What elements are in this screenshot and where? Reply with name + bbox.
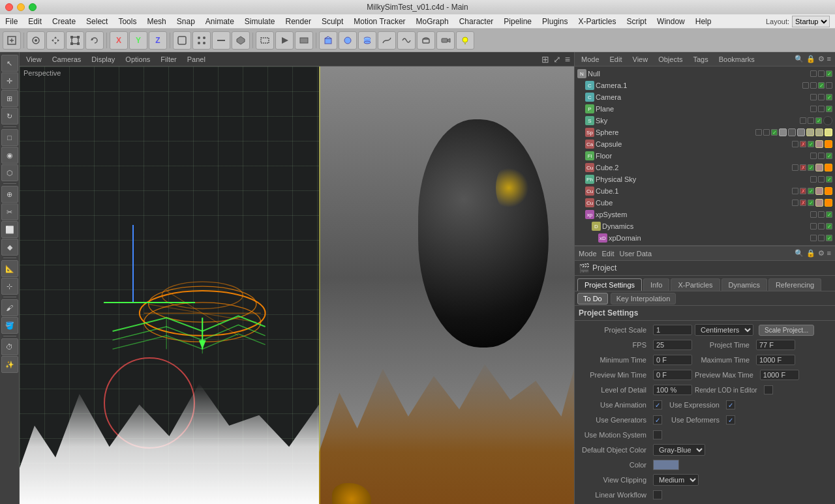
scale-project-button[interactable]: Scale Project...	[759, 325, 814, 336]
cu2-dot-2[interactable]: ✗	[800, 164, 806, 171]
menu-script[interactable]: Script	[621, 14, 652, 28]
menu-character[interactable]: Character	[454, 14, 499, 28]
obj-tab-tags[interactable]: Tags	[690, 55, 710, 63]
obj-row-camera[interactable]: C Camera ✓	[575, 91, 835, 103]
lt-move-tool[interactable]: ✛	[1, 72, 18, 89]
lt-axis[interactable]: ⊹	[1, 278, 18, 295]
lt-measure[interactable]: 📐	[1, 260, 18, 277]
viewport-divider[interactable]	[319, 67, 320, 504]
lt-brush[interactable]: 🖌	[1, 299, 18, 316]
xpd-dot-3[interactable]: ✓	[826, 235, 832, 241]
vp-tab-options[interactable]: Options	[123, 55, 153, 63]
tab-referencing[interactable]: Referencing	[768, 278, 821, 291]
min-time-input[interactable]	[653, 355, 692, 365]
obj-row-cube2[interactable]: Cu Cube.2 ✗ ✓	[575, 162, 835, 173]
vp-tab-filter[interactable]: Filter	[158, 55, 179, 63]
close-button[interactable]	[5, 3, 13, 11]
null-dot-3[interactable]: ✓	[826, 70, 832, 77]
menu-mesh[interactable]: Mesh	[142, 14, 171, 28]
obj-row-plane[interactable]: P Plane ✓	[575, 103, 835, 115]
c1-dot-3[interactable]: ✓	[818, 82, 825, 89]
toolbar-obj-mode[interactable]	[173, 31, 191, 50]
cu-dot-2[interactable]: ✗	[800, 200, 806, 206]
subtab-key-interp[interactable]: Key Interpolation	[611, 293, 676, 304]
toolbar-move[interactable]	[46, 31, 65, 50]
viewport[interactable]: View Cameras Display Options Filter Pane…	[20, 52, 574, 504]
toolbar-cylinder[interactable]	[358, 31, 376, 50]
cu1-dot-3[interactable]: ✓	[808, 188, 814, 194]
vp-expand-icon[interactable]: ⊞	[541, 54, 549, 65]
toolbar-point-mode[interactable]	[192, 31, 211, 50]
toolbar-rotate[interactable]	[85, 31, 104, 50]
dy-dot-3[interactable]: ✓	[826, 223, 832, 230]
obj-menu-icon[interactable]: ≡	[827, 55, 831, 63]
xps-dot-3[interactable]: ✓	[826, 211, 832, 218]
use-motion-check[interactable]	[653, 430, 662, 439]
cu1-dot-2[interactable]: ✗	[800, 188, 806, 194]
lt-select-tool[interactable]: ↖	[1, 55, 18, 72]
obj-row-cube[interactable]: Cu Cube ✗ ✓	[575, 197, 835, 209]
obj-search-icon[interactable]: 🔍	[795, 55, 804, 63]
pl-dot-3[interactable]: ✓	[826, 106, 832, 112]
toolbar-camera[interactable]	[436, 31, 455, 50]
toolbar-spline[interactable]	[378, 31, 396, 50]
menu-pipeline[interactable]: Pipeline	[498, 14, 537, 28]
project-time-input[interactable]	[756, 340, 795, 350]
menu-edit[interactable]: Edit	[23, 14, 47, 28]
sph-dot-3[interactable]: ✓	[771, 129, 778, 136]
cap-dot-2[interactable]: ✗	[800, 141, 806, 147]
view-clipping-select[interactable]: Medium Small Large	[653, 474, 699, 486]
obj-row-null[interactable]: N Null ✓	[575, 68, 835, 80]
cam-dot-3[interactable]: ✓	[826, 94, 832, 100]
props-tab-edit[interactable]: Edit	[602, 250, 615, 258]
obj-tab-mode[interactable]: Mode	[579, 55, 602, 63]
use-expression-check[interactable]: ✓	[726, 400, 735, 409]
render-lod-check[interactable]	[764, 385, 773, 394]
menu-plugins[interactable]: Plugins	[537, 14, 573, 28]
lt-extrude[interactable]: ⬜	[1, 221, 18, 238]
menu-file[interactable]: File	[0, 14, 23, 28]
toolbar-z-axis[interactable]: Z	[149, 31, 167, 50]
menu-animate[interactable]: Animate	[200, 14, 239, 28]
menu-simulate[interactable]: Simulate	[239, 14, 281, 28]
toolbar-select-model[interactable]	[27, 31, 45, 50]
lod-input[interactable]	[653, 385, 692, 395]
project-scale-input[interactable]	[653, 325, 692, 335]
max-time-input[interactable]	[756, 355, 795, 365]
toolbar-render-active[interactable]	[275, 31, 294, 50]
obj-row-xpdomain[interactable]: xD xpDomain ✓	[575, 232, 835, 244]
lt-poly-select[interactable]: ⬡	[1, 164, 18, 181]
props-tab-user-data[interactable]: User Data	[620, 250, 652, 258]
project-scale-unit-select[interactable]: Centimeters Meters	[695, 324, 753, 336]
menu-mograph[interactable]: MoGraph	[411, 14, 454, 28]
toolbar-sphere[interactable]	[339, 31, 357, 50]
cu-dot-3[interactable]: ✓	[808, 200, 814, 206]
vp-tab-cameras[interactable]: Cameras	[50, 55, 84, 63]
obj-lock-icon[interactable]: 🔒	[806, 55, 815, 63]
vp-menu-icon[interactable]: ≡	[565, 54, 570, 65]
sk-dot-3[interactable]: ✓	[815, 117, 822, 124]
toolbar-y-axis[interactable]: Y	[129, 31, 147, 50]
toolbar-nurbs[interactable]	[397, 31, 416, 50]
obj-row-physical-sky[interactable]: Ph Physical Sky ✓	[575, 173, 835, 185]
tab-dynamics[interactable]: Dynamics	[721, 278, 767, 291]
toolbar-poly-mode[interactable]	[232, 31, 250, 50]
menu-sculpt[interactable]: Sculpt	[316, 14, 348, 28]
obj-row-floor[interactable]: Fl Floor ✓	[575, 150, 835, 162]
props-search-icon[interactable]: 🔍	[795, 249, 804, 258]
props-tab-mode[interactable]: Mode	[579, 250, 597, 258]
obj-row-xpsystem[interactable]: xp xpSystem ✓	[575, 209, 835, 220]
obj-row-cube1[interactable]: Cu Cube.1 ✗ ✓	[575, 185, 835, 197]
toolbar-x-axis[interactable]: X	[110, 31, 128, 50]
tab-xparticles[interactable]: X-Particles	[671, 278, 720, 291]
obj-row-sky[interactable]: S Sky ✓	[575, 115, 835, 126]
subtab-todo[interactable]: To Do	[577, 293, 608, 304]
menu-motion-tracker[interactable]: Motion Tracker	[348, 14, 410, 28]
menu-select[interactable]: Select	[81, 14, 113, 28]
lt-magnet[interactable]: ⊕	[1, 186, 18, 203]
obj-row-dynamics[interactable]: D Dynamics ✓	[575, 220, 835, 232]
preview-max-input[interactable]	[760, 370, 799, 380]
tab-project-settings[interactable]: Project Settings	[577, 278, 642, 291]
fl-dot-3[interactable]: ✓	[826, 153, 832, 159]
fps-input[interactable]	[653, 340, 692, 350]
